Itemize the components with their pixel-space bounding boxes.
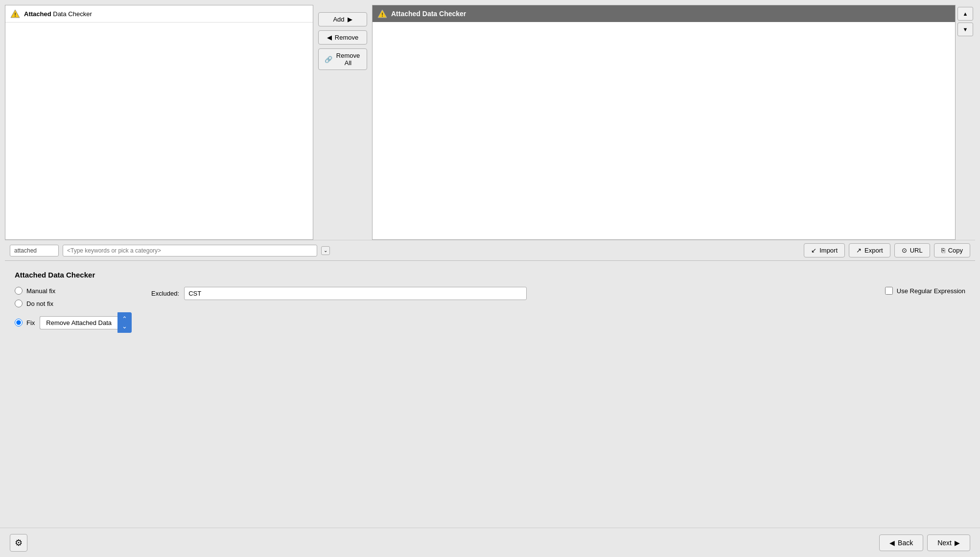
search-bar: ⌄ ↙ Import ↗ Export ⊙ URL ⎘ Copy (5, 240, 975, 260)
arrow-left-icon: ◀ (327, 34, 332, 41)
next-button[interactable]: Next ▶ (927, 534, 970, 551)
manual-fix-option[interactable]: Manual fix (15, 287, 132, 295)
excluded-group: Excluded: (151, 287, 846, 300)
excluded-input[interactable] (184, 287, 527, 300)
arrow-right-icon: ▶ (348, 16, 352, 23)
manual-fix-radio[interactable] (15, 287, 23, 295)
category-input[interactable] (10, 245, 59, 256)
import-button[interactable]: ↙ Import (804, 243, 845, 257)
right-warning-icon: ! (377, 9, 387, 18)
svg-text:!: ! (14, 12, 16, 18)
left-checker-panel: ! Attached Data Checker (5, 5, 313, 240)
add-button[interactable]: Add ▶ (318, 12, 367, 26)
svg-text:!: ! (381, 12, 383, 18)
right-panel-title: Attached Data Checker (391, 10, 466, 18)
link-icon: 🔗 (325, 56, 332, 63)
regex-label: Use Regular Expression (897, 287, 965, 295)
dropdown-arrow-icon: ⌃⌄ (122, 315, 127, 330)
regex-checkbox[interactable] (885, 287, 893, 295)
copy-button[interactable]: ⎘ Copy (934, 243, 970, 257)
fix-dropdown-text: Remove Attached Data (40, 316, 117, 329)
url-button[interactable]: ⊙ URL (894, 243, 930, 257)
warning-icon: ! (10, 9, 20, 18)
settings-section: Attached Data Checker Manual fix Do not … (5, 261, 975, 528)
regex-group: Use Regular Expression (885, 287, 965, 295)
navigation-buttons: ◀ Back Next ▶ (879, 534, 970, 551)
transfer-buttons: Add ▶ ◀ Remove 🔗 Remove All (313, 5, 372, 240)
move-up-button[interactable]: ▲ (957, 7, 973, 21)
order-arrows: ▲ ▼ (956, 5, 975, 240)
right-panel-content (373, 22, 955, 239)
next-arrow-icon: ▶ (955, 539, 960, 547)
down-arrow-icon: ▼ (963, 26, 968, 32)
bottom-bar: ⚙ ◀ Back Next ▶ (0, 528, 980, 557)
settings-row: Manual fix Do not fix Fix Remove Attache… (15, 287, 965, 333)
import-icon: ↙ (811, 247, 817, 254)
back-arrow-icon: ◀ (889, 539, 895, 547)
search-input[interactable] (63, 245, 317, 256)
gear-icon: ⚙ (15, 537, 23, 548)
url-icon: ⊙ (902, 247, 907, 254)
export-button[interactable]: ↗ Export (849, 243, 890, 257)
search-spinner[interactable]: ⌄ (321, 246, 330, 255)
move-down-button[interactable]: ▼ (957, 23, 973, 36)
fix-radio-group: Manual fix Do not fix Fix Remove Attache… (15, 287, 132, 333)
left-panel-title: Attached Data Checker (24, 10, 92, 18)
remove-all-button[interactable]: 🔗 Remove All (318, 48, 367, 70)
fix-row: Fix Remove Attached Data ⌃⌄ (15, 312, 132, 333)
fix-dropdown-button[interactable]: ⌃⌄ (117, 312, 132, 333)
settings-button[interactable]: ⚙ (10, 534, 27, 552)
copy-icon: ⎘ (941, 247, 945, 254)
right-checker-panel: ! Attached Data Checker (372, 5, 956, 240)
export-icon: ↗ (856, 247, 862, 254)
do-not-fix-option[interactable]: Do not fix (15, 300, 132, 307)
settings-title: Attached Data Checker (15, 271, 965, 279)
do-not-fix-radio[interactable] (15, 300, 23, 307)
right-panel-header: ! Attached Data Checker (373, 5, 955, 22)
fix-dropdown: Remove Attached Data ⌃⌄ (40, 312, 132, 333)
fix-option[interactable]: Fix (15, 319, 35, 326)
remove-button[interactable]: ◀ Remove (318, 30, 367, 45)
up-arrow-icon: ▲ (963, 11, 968, 17)
left-panel-content (5, 23, 313, 239)
fix-radio[interactable] (15, 319, 23, 326)
back-button[interactable]: ◀ Back (879, 534, 923, 551)
left-panel-header: ! Attached Data Checker (5, 5, 313, 23)
excluded-label: Excluded: (151, 290, 179, 297)
